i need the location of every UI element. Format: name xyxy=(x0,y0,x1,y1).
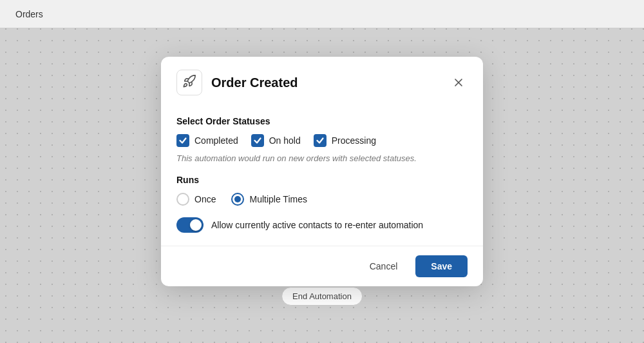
radio-once-circle xyxy=(176,193,189,206)
statuses-helper-text: This automation would run on new orders … xyxy=(176,153,468,163)
radio-multiple-inner xyxy=(234,196,241,202)
radio-multiple-label: Multiple Times xyxy=(249,194,307,204)
radio-once-label: Once xyxy=(194,194,216,204)
radio-multiple-circle xyxy=(231,193,244,206)
toggle-label: Allow currently active contacts to re-en… xyxy=(211,220,423,230)
toggle-thumb xyxy=(190,219,202,231)
statuses-section-label: Select Order Statuses xyxy=(176,116,468,126)
checkbox-on-hold-label: On hold xyxy=(269,135,301,146)
runs-label: Runs xyxy=(176,175,468,185)
checkbox-completed[interactable]: Completed xyxy=(176,134,238,147)
checkbox-on-hold[interactable]: On hold xyxy=(251,134,301,147)
modal-close-button[interactable] xyxy=(450,74,468,92)
toggle-row: Allow currently active contacts to re-en… xyxy=(176,217,468,233)
radio-multiple[interactable]: Multiple Times xyxy=(231,193,307,206)
modal: Order Created Select Order Statuses C xyxy=(161,57,483,286)
checkbox-completed-label: Completed xyxy=(194,135,238,146)
save-button[interactable]: Save xyxy=(415,255,468,277)
modal-body: Select Order Statuses Completed xyxy=(161,106,483,246)
checkbox-processing-label: Processing xyxy=(332,135,376,146)
radio-once[interactable]: Once xyxy=(176,193,216,206)
radio-row: Once Multiple Times xyxy=(176,193,468,206)
toggle-track[interactable] xyxy=(176,217,204,233)
checkbox-processing-box xyxy=(314,134,327,147)
runs-section: Runs Once Multiple Times xyxy=(176,175,468,206)
modal-icon-container xyxy=(176,70,202,95)
statuses-checkboxes-row: Completed On hold xyxy=(176,134,468,147)
modal-footer: Cancel Save xyxy=(161,246,483,286)
rocket-icon xyxy=(182,74,196,91)
cancel-button[interactable]: Cancel xyxy=(359,256,408,277)
modal-overlay: Order Created Select Order Statuses C xyxy=(0,0,644,343)
checkbox-completed-box xyxy=(176,134,189,147)
checkbox-processing[interactable]: Processing xyxy=(314,134,376,147)
modal-header: Order Created xyxy=(161,57,483,106)
modal-title: Order Created xyxy=(211,75,450,90)
checkbox-on-hold-box xyxy=(251,134,264,147)
